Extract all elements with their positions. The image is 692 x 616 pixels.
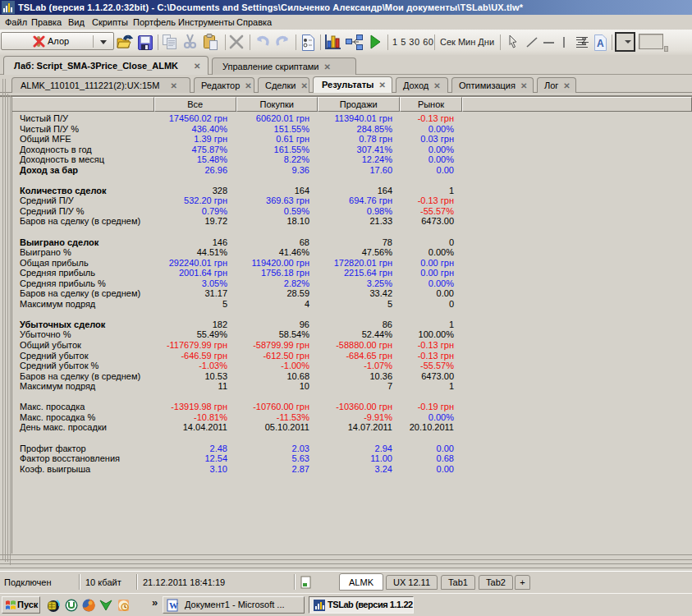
svg-text:A: A (597, 38, 604, 49)
svg-text:W: W (169, 600, 178, 610)
